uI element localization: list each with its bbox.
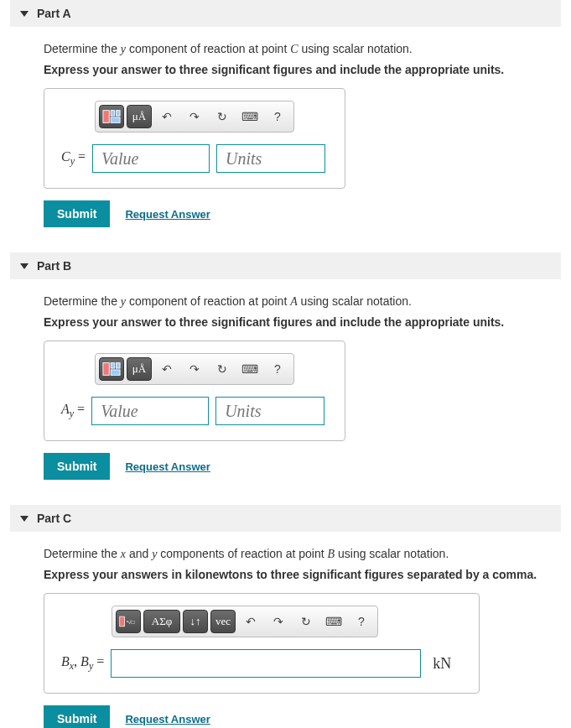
part-b-lhs: Ay= [61, 402, 85, 420]
part-a-body: Determine the y component of reaction at… [10, 27, 561, 227]
part-b: Part B Determine the y component of reac… [10, 252, 561, 480]
part-c-actions: Submit Request Answer [44, 705, 561, 728]
svg-rect-6 [111, 370, 120, 375]
part-c-title: Part C [37, 512, 71, 525]
part-b-value-input[interactable] [91, 397, 209, 425]
templates-icon[interactable] [99, 105, 124, 128]
part-c: Part C Determine the x and y components … [10, 505, 561, 728]
part-a-header[interactable]: Part A [10, 0, 561, 27]
part-c-answer-box: ⁿ√□ ΑΣφ ↓↑ vec ↶ ↷ ↻ ⌨ ? Bx, By= kN [44, 593, 480, 694]
part-c-body: Determine the x and y components of reac… [10, 532, 561, 728]
part-a: Part A Determine the y component of reac… [10, 0, 561, 227]
part-c-lhs: Bx, By= [61, 654, 104, 673]
part-b-units-input[interactable] [215, 397, 324, 425]
part-b-answer-row: Ay= [61, 397, 328, 425]
part-a-lhs: Cy= [61, 149, 86, 168]
mu-angstrom-button[interactable]: μÅ [127, 357, 152, 381]
part-a-toolbar: μÅ ↶ ↷ ↻ ⌨ ? [95, 101, 294, 133]
keyboard-icon[interactable]: ⌨ [321, 610, 346, 633]
part-b-instruction: Express your answer to three significant… [44, 315, 561, 329]
part-c-prompt: Determine the x and y components of reac… [44, 547, 561, 561]
part-c-toolbar: ⁿ√□ ΑΣφ ↓↑ vec ↶ ↷ ↻ ⌨ ? [112, 606, 378, 637]
svg-rect-7 [117, 363, 121, 368]
part-b-prompt: Determine the y component of reaction at… [44, 294, 561, 309]
part-c-unit-label: kN [433, 655, 451, 673]
svg-rect-5 [111, 363, 115, 368]
undo-icon[interactable]: ↶ [154, 357, 179, 381]
part-a-actions: Submit Request Answer [44, 200, 561, 227]
svg-rect-0 [103, 111, 109, 123]
part-a-units-input[interactable] [216, 144, 325, 173]
svg-rect-8 [120, 616, 125, 627]
svg-rect-1 [111, 111, 115, 116]
part-b-title: Part B [37, 259, 71, 273]
part-a-answer-box: μÅ ↶ ↷ ↻ ⌨ ? Cy= [44, 88, 345, 189]
svg-rect-3 [117, 111, 121, 116]
templates-icon[interactable] [99, 357, 124, 381]
help-icon[interactable]: ? [265, 105, 290, 128]
keyboard-icon[interactable]: ⌨ [237, 105, 262, 128]
part-b-request-answer-link[interactable]: Request Answer [125, 460, 210, 473]
part-b-actions: Submit Request Answer [44, 453, 561, 480]
caret-down-icon [20, 516, 29, 522]
part-a-submit-button[interactable]: Submit [44, 200, 110, 227]
part-b-answer-box: μÅ ↶ ↷ ↻ ⌨ ? Ay= [44, 341, 345, 441]
svg-text:ⁿ√□: ⁿ√□ [127, 619, 135, 625]
subscript-superscript-button[interactable]: ↓↑ [183, 610, 208, 633]
redo-icon[interactable]: ↷ [266, 610, 291, 633]
part-a-value-input[interactable] [92, 144, 210, 173]
redo-icon[interactable]: ↷ [182, 357, 207, 381]
vec-button[interactable]: vec [210, 610, 236, 633]
reset-icon[interactable]: ↻ [293, 610, 319, 633]
part-b-toolbar: μÅ ↶ ↷ ↻ ⌨ ? [95, 353, 294, 385]
undo-icon[interactable]: ↶ [238, 610, 263, 633]
part-c-answer-row: Bx, By= kN [61, 649, 462, 678]
keyboard-icon[interactable]: ⌨ [237, 357, 262, 381]
caret-down-icon [20, 11, 29, 17]
help-icon[interactable]: ? [265, 357, 290, 381]
part-c-header[interactable]: Part C [10, 505, 561, 532]
part-b-body: Determine the y component of reaction at… [10, 279, 561, 480]
part-a-instruction: Express your answer to three significant… [44, 63, 561, 76]
svg-rect-2 [111, 117, 120, 122]
part-b-header[interactable]: Part B [10, 252, 561, 279]
redo-icon[interactable]: ↷ [182, 105, 207, 128]
part-c-request-answer-link[interactable]: Request Answer [125, 713, 210, 725]
part-c-instruction: Express your answers in kilonewtons to t… [44, 568, 561, 581]
part-c-submit-button[interactable]: Submit [44, 705, 110, 728]
reset-icon[interactable]: ↻ [210, 105, 235, 128]
help-icon[interactable]: ? [349, 610, 374, 633]
part-b-submit-button[interactable]: Submit [44, 453, 110, 480]
part-a-answer-row: Cy= [61, 144, 328, 173]
part-c-value-input[interactable] [111, 649, 421, 678]
reset-icon[interactable]: ↻ [210, 357, 235, 381]
greek-symbols-button[interactable]: ΑΣφ [143, 610, 180, 633]
part-a-title: Part A [37, 7, 71, 20]
part-a-request-answer-link[interactable]: Request Answer [125, 208, 210, 221]
mu-angstrom-button[interactable]: μÅ [127, 105, 152, 128]
templates-icon[interactable]: ⁿ√□ [116, 610, 141, 633]
part-a-prompt: Determine the y component of reaction at… [44, 42, 561, 56]
undo-icon[interactable]: ↶ [154, 105, 179, 128]
svg-rect-4 [103, 363, 109, 376]
caret-down-icon [20, 263, 29, 269]
